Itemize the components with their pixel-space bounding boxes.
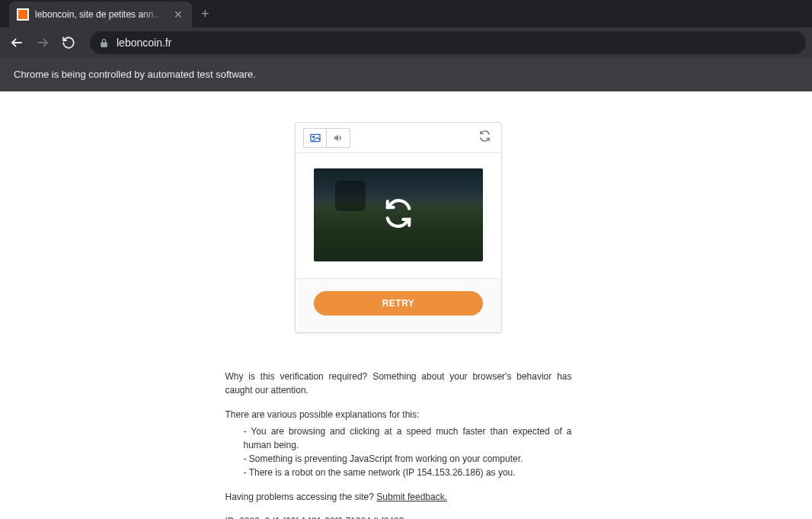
svg-rect-1: [18, 10, 27, 19]
captcha-card: RETRY: [295, 122, 502, 333]
captcha-mode-toggle: [303, 128, 350, 148]
new-tab-button[interactable]: +: [192, 6, 219, 22]
lock-icon: [99, 38, 109, 48]
refresh-icon: [479, 130, 491, 142]
browser-chrome: leboncoin, site de petites annonces ✕ + …: [0, 0, 812, 91]
audio-icon: [333, 133, 344, 143]
close-tab-icon[interactable]: ✕: [172, 9, 184, 20]
request-id-value: 0880a2d1-f66f-1481-90f6-71224dbf2423: [239, 516, 404, 519]
explanation-section: Why is this verification required? Somet…: [225, 370, 572, 519]
forward-button[interactable]: [32, 32, 53, 53]
captcha-challenge-image[interactable]: [314, 168, 483, 261]
feedback-line: Having problems accessing the site? Subm…: [225, 490, 572, 504]
explanation-reasons-list: You are browsing and clicking at a speed…: [225, 424, 572, 479]
loading-spinner-icon: [384, 199, 413, 231]
reload-icon: [62, 36, 75, 50]
retry-button[interactable]: RETRY: [314, 291, 483, 316]
address-bar[interactable]: leboncoin.fr: [90, 31, 806, 54]
favicon-icon: [17, 8, 29, 21]
captcha-footer: RETRY: [296, 278, 501, 332]
reason-item: Something is preventing JavaScript from …: [244, 452, 572, 466]
image-mode-button[interactable]: [304, 129, 327, 147]
reason-item: There is a robot on the same network (IP…: [244, 466, 572, 479]
explanation-intro: Why is this verification required? Somet…: [225, 370, 572, 397]
captcha-header: [296, 123, 501, 153]
captcha-refresh-button[interactable]: [476, 127, 494, 148]
reason-item: You are browsing and clicking at a speed…: [244, 424, 572, 452]
svg-point-5: [312, 136, 314, 137]
feedback-prefix: Having problems accessing the site?: [225, 492, 377, 502]
puzzle-piece-slot: [335, 181, 366, 211]
browser-toolbar: leboncoin.fr: [0, 27, 812, 58]
browser-tab[interactable]: leboncoin, site de petites annonces ✕: [9, 2, 192, 27]
arrow-left-icon: [10, 36, 24, 50]
page-content: RETRY Why is this verification required?…: [0, 91, 812, 519]
request-id-line: ID: 0880a2d1-f66f-1481-90f6-71224dbf2423: [225, 514, 572, 519]
reload-button[interactable]: [58, 32, 79, 53]
submit-feedback-link[interactable]: Submit feedback.: [376, 492, 447, 502]
tab-bar: leboncoin, site de petites annonces ✕ +: [0, 0, 812, 27]
id-prefix: ID:: [225, 516, 240, 519]
explanation-reasons-heading: There are various possible explanations …: [225, 408, 572, 421]
image-icon: [309, 132, 321, 144]
url-text: leboncoin.fr: [117, 37, 171, 49]
automation-banner: Chrome is being controlled by automated …: [0, 58, 812, 91]
back-button[interactable]: [6, 32, 27, 53]
arrow-right-icon: [36, 36, 50, 50]
audio-mode-button[interactable]: [327, 129, 350, 147]
captcha-body: [296, 153, 501, 278]
tab-title: leboncoin, site de petites annonces: [35, 9, 166, 20]
